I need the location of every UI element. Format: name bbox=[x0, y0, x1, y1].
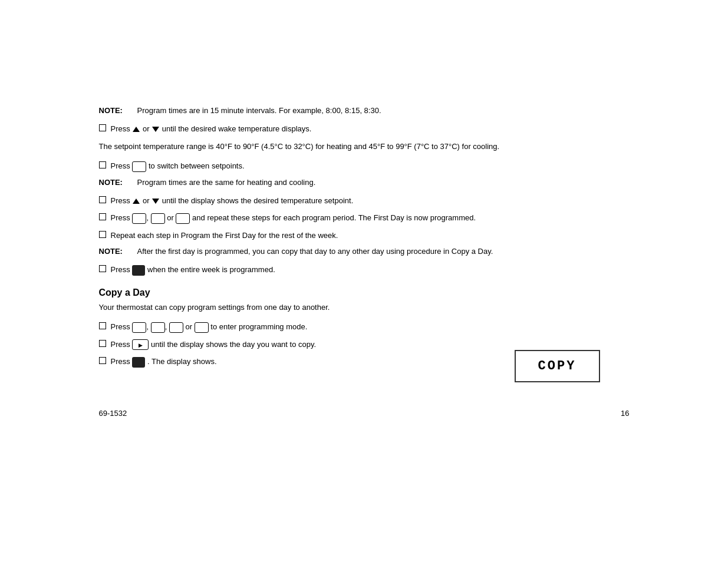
copy-press-1: Press bbox=[111, 322, 130, 331]
checkbox-3 bbox=[99, 196, 106, 203]
or-label-1: or bbox=[143, 124, 150, 133]
note-3: NOTE: After the first day is programmed,… bbox=[99, 247, 630, 256]
button-done bbox=[132, 265, 145, 276]
bullet-text-1: Press or until the desired wake temperat… bbox=[111, 123, 630, 135]
copy-bullet-1: Press , , or to enter programming mode. bbox=[99, 321, 630, 333]
page-number: 16 bbox=[621, 409, 629, 418]
copy-bullet-text-1: Press , , or to enter programming mode. bbox=[111, 321, 630, 333]
copy-bullet-2: Press until the display shows the day yo… bbox=[99, 339, 630, 351]
copy-section-intro: Your thermostat can copy program setting… bbox=[99, 302, 630, 313]
copy-btn-1a bbox=[132, 322, 146, 333]
copy-press-3: Press bbox=[111, 357, 130, 366]
note-text-2: Program times are the same for heating a… bbox=[137, 178, 316, 187]
checkbox-6 bbox=[99, 265, 106, 272]
button-b bbox=[151, 213, 165, 224]
copy-bullet-text-2: Press until the display shows the day yo… bbox=[111, 339, 630, 351]
press-label-2: Press bbox=[111, 161, 130, 170]
note-text-3: After the first day is programmed, you c… bbox=[137, 247, 493, 256]
checkbox-4 bbox=[99, 213, 106, 220]
bullet-item-4: Press , or and repeat these steps for ea… bbox=[99, 212, 630, 224]
bullet-item-2: Press to switch between setpoints. bbox=[99, 160, 630, 172]
button-a bbox=[132, 213, 146, 224]
bullet-item-5: Repeat each step in Program the First Da… bbox=[99, 230, 630, 242]
bullet4-suffix: and repeat these steps for each program … bbox=[192, 213, 476, 222]
note-text-1: Program times are in 15 minute intervals… bbox=[137, 106, 381, 115]
note-label-2: NOTE: bbox=[99, 178, 131, 187]
press-label-4: Press bbox=[111, 213, 130, 222]
bullet6-suffix: when the entire week is programmed. bbox=[147, 265, 275, 274]
checkbox-2 bbox=[99, 161, 106, 168]
bullet-item-6: Press when the entire week is programmed… bbox=[99, 264, 630, 276]
bullet-text-4: Press , or and repeat these steps for ea… bbox=[111, 212, 630, 224]
bullet1-end: until the desired wake temperature displ… bbox=[162, 124, 312, 133]
button-c bbox=[176, 213, 190, 224]
bullet-item-1: Press or until the desired wake temperat… bbox=[99, 123, 630, 135]
copy-checkbox-3 bbox=[99, 357, 106, 364]
copy-checkbox-2 bbox=[99, 340, 106, 347]
bullet-item-3: Press or until the display shows the des… bbox=[99, 195, 630, 207]
checkbox-5 bbox=[99, 231, 106, 238]
copy-btn-play bbox=[132, 339, 149, 350]
copy-btn-done bbox=[132, 357, 145, 368]
arrow-up-icon-1 bbox=[133, 127, 140, 132]
bullet-text-6: Press when the entire week is programmed… bbox=[111, 264, 630, 276]
press-label-3: Press bbox=[111, 196, 130, 205]
bullet3-suffix: until the display shows the desired temp… bbox=[162, 196, 353, 205]
setpoint-note: The setpoint temperature range is 40°F t… bbox=[99, 141, 630, 153]
copy-btn-1c bbox=[169, 322, 183, 333]
bullet2-suffix: to switch between setpoints. bbox=[149, 161, 245, 170]
or-label-3: or bbox=[143, 196, 150, 205]
setpoint-note-text: The setpoint temperature range is 40°F t… bbox=[99, 142, 500, 151]
doc-number: 69-1532 bbox=[99, 409, 127, 418]
copy-section-heading: Copy a Day bbox=[99, 287, 630, 298]
note-1: NOTE: Program times are in 15 minute int… bbox=[99, 106, 630, 115]
bullet-text-5: Repeat each step in Program the First Da… bbox=[111, 230, 630, 242]
arrow-down-icon-1 bbox=[152, 127, 159, 132]
copy-btn-1d bbox=[195, 322, 209, 333]
press-label-6: Press bbox=[111, 265, 130, 274]
play-icon bbox=[139, 340, 143, 349]
copy-checkbox-1 bbox=[99, 322, 106, 329]
bullet-text-2: Press to switch between setpoints. bbox=[111, 160, 630, 172]
or-label-4: or bbox=[167, 213, 174, 222]
bullet-text-3: Press or until the display shows the des… bbox=[111, 195, 630, 207]
copy-section: Copy a Day Your thermostat can copy prog… bbox=[99, 287, 630, 368]
checkbox-1 bbox=[99, 124, 106, 131]
note-label-3: NOTE: bbox=[99, 247, 131, 256]
copy-bullet1-suffix: to enter programming mode. bbox=[210, 322, 307, 331]
arrow-down-icon-2 bbox=[152, 199, 159, 204]
lcd-display: COPY bbox=[515, 350, 600, 382]
note-label-1: NOTE: bbox=[99, 106, 131, 115]
copy-press-2: Press bbox=[111, 340, 130, 349]
page-footer: 69-1532 16 bbox=[99, 403, 630, 418]
lcd-text: COPY bbox=[538, 359, 577, 373]
copy-bullet-3-container: Press . The display shows. COPY bbox=[99, 356, 630, 368]
copy-bullet3-suffix: . The display shows. bbox=[147, 357, 217, 366]
button-switch bbox=[132, 161, 146, 172]
copy-btn-1b bbox=[151, 322, 165, 333]
copy-bullet2-suffix: until the display shows the day you want… bbox=[151, 340, 316, 349]
note-2: NOTE: Program times are the same for hea… bbox=[99, 178, 630, 187]
press-label-1: Press bbox=[111, 124, 130, 133]
arrow-up-icon-2 bbox=[133, 199, 140, 204]
page-content: NOTE: Program times are in 15 minute int… bbox=[99, 0, 630, 453]
